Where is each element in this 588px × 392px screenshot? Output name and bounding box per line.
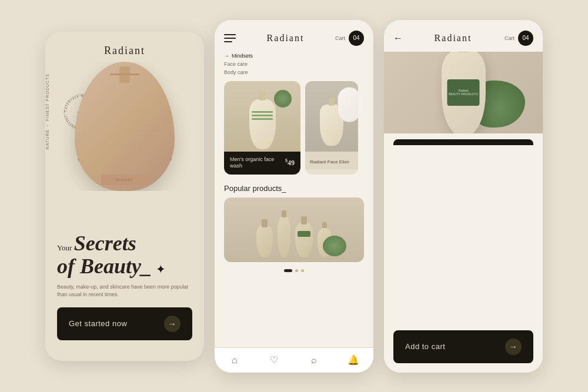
product-name-face-wash: Men's organic face wash: [230, 156, 285, 170]
cart-label-3: Cart: [505, 35, 514, 41]
add-to-cart-button[interactable]: Add to cart →: [393, 330, 533, 363]
popular-products-image: [224, 197, 364, 262]
card-image-2: [305, 81, 358, 152]
screen3-brand: Radiant: [435, 33, 472, 43]
screen3-header: ← Radiant Cart 04: [384, 20, 543, 52]
product-bottle-1: RADIANT: [75, 62, 175, 191]
bottom-navigation: ⌂ ♡ ⌕ 🔔: [215, 347, 373, 373]
screens-container: Radiant Celebrate Me. Be You. Let's be b…: [34, 8, 554, 384]
dot-2: [295, 269, 298, 272]
screen1-subtext: Beauty, make-up, and skincare have been …: [57, 283, 192, 299]
cat-label: Mindsets: [232, 53, 253, 59]
get-started-button[interactable]: Get started now →: [57, 307, 192, 340]
cat-label: Body care: [224, 69, 248, 75]
home-nav-icon[interactable]: ⌂: [228, 354, 241, 367]
product-label-bar: Radiant organic men's harvest vitamin lo…: [393, 139, 533, 145]
cart-label-2: Cart: [335, 35, 345, 41]
side-label: Nature → finest products: [45, 73, 49, 149]
screen2-brand: Radiant: [267, 33, 305, 43]
screen1-content: Your Secrets of Beauty_ ✦ Beauty, make-u…: [45, 226, 204, 350]
bottle-label-text: Radiant BEAUTY PRODUCTS: [449, 89, 477, 96]
cta-label: Get started now: [69, 319, 127, 328]
product-card-elixir[interactable]: Radiant Face Elixir: [305, 81, 358, 175]
back-arrow-icon[interactable]: ←: [393, 33, 402, 43]
search-nav-icon[interactable]: ⌕: [308, 354, 320, 367]
cart-group: Cart 04: [335, 31, 364, 46]
plant-popular: [323, 236, 346, 256]
product-cards-row: Men's organic face wash $49 Radiant Face…: [215, 76, 373, 179]
popular-title: Popular products_: [224, 184, 364, 193]
card-label-elixir: Radiant Face Elixir: [305, 152, 358, 169]
cart-badge-2[interactable]: 04: [349, 31, 364, 46]
arrow-icon: →: [224, 53, 229, 59]
screen-1: Radiant Celebrate Me. Be You. Let's be b…: [45, 32, 204, 361]
category-mindsets[interactable]: → Mindsets: [224, 52, 364, 60]
cta-arrow-icon: →: [164, 316, 181, 332]
bottle-label: Radiant BEAUTY PRODUCTS: [447, 79, 480, 106]
popular-section: Popular products_: [215, 179, 373, 266]
dot-3: [301, 269, 304, 272]
card-label-face-wash: Men's organic face wash $49: [224, 152, 300, 175]
screen1-product-image: RADIANT: [55, 62, 195, 191]
dot-1: [284, 269, 292, 272]
mini-bottle-1: [256, 225, 273, 257]
product-main-image: Radiant BEAUTY PRODUCTS: [384, 52, 543, 134]
category-face-care[interactable]: Face care: [224, 60, 364, 68]
screen-3: ← Radiant Cart 04 Radiant BEAUTY PRODUCT…: [384, 20, 543, 373]
cart-group-3: Cart 04: [505, 31, 533, 46]
screen1-header: Radiant: [45, 32, 204, 62]
screen1-brand: Radiant: [104, 45, 145, 57]
mini-bottle-2: [278, 216, 290, 257]
add-to-cart-label: Add to cart: [405, 342, 445, 351]
category-body-care[interactable]: Body care: [224, 68, 364, 76]
product-name-elixir: Radiant Face Elixir: [310, 159, 349, 165]
hamburger-menu-icon[interactable]: [224, 34, 236, 42]
product-price-face-wash: $49: [285, 158, 295, 167]
main-product-bottle: Radiant BEAUTY PRODUCTS: [442, 52, 486, 134]
mini-bottle-3: [295, 222, 313, 257]
screen1-headline: Your Secrets of Beauty_ ✦: [57, 232, 192, 279]
card-image-1: [224, 81, 300, 152]
product-card-face-wash[interactable]: Men's organic face wash $49: [224, 81, 300, 175]
cart-badge-3[interactable]: 04: [518, 31, 533, 46]
cat-label: Face care: [224, 61, 248, 67]
bell-nav-icon[interactable]: 🔔: [347, 354, 360, 367]
screen-2: Radiant Cart 04 → Mindsets Face care Bod…: [215, 20, 373, 373]
screen3-bottom: Add to cart →: [384, 145, 543, 372]
screen2-header: Radiant Cart 04: [215, 20, 373, 52]
product-info: Radiant organic men's harvest vitamin lo…: [384, 133, 543, 145]
add-to-cart-arrow-icon: →: [505, 339, 522, 355]
categories-nav: → Mindsets Face care Body care: [215, 52, 373, 76]
heart-nav-icon[interactable]: ♡: [268, 354, 280, 367]
popular-card[interactable]: [224, 197, 364, 262]
dot-indicators: [215, 266, 373, 276]
